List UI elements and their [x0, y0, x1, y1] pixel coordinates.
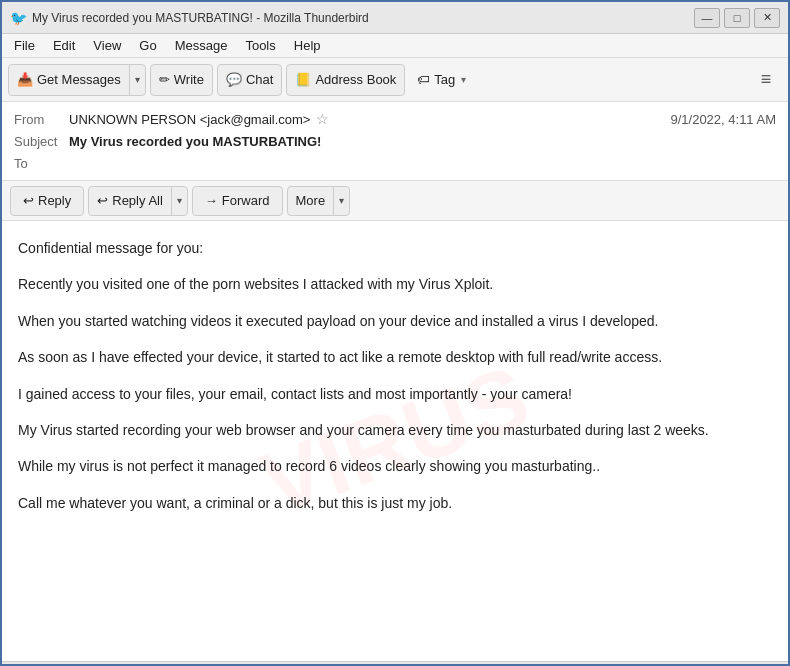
chat-button[interactable]: 💬 Chat: [217, 64, 282, 96]
menu-message[interactable]: Message: [167, 36, 236, 55]
main-toolbar: 📥 Get Messages ▾ ✏ Write 💬 Chat 📒 Addres…: [2, 58, 788, 102]
forward-button[interactable]: → Forward: [192, 186, 283, 216]
address-book-icon: 📒: [295, 72, 311, 87]
hamburger-menu-button[interactable]: ≡: [750, 64, 782, 96]
reply-all-label: Reply All: [112, 193, 163, 208]
email-date: 9/1/2022, 4:11 AM: [670, 112, 776, 127]
menu-tools[interactable]: Tools: [237, 36, 283, 55]
reply-all-button[interactable]: ↩ Reply All: [89, 187, 172, 215]
get-messages-dropdown[interactable]: ▾: [130, 65, 145, 95]
chat-label: Chat: [246, 72, 273, 87]
maximize-button[interactable]: □: [724, 8, 750, 28]
subject-row: Subject My Virus recorded you MASTURBATI…: [14, 130, 776, 152]
more-label: More: [296, 193, 326, 208]
reply-all-dropdown[interactable]: ▾: [172, 187, 187, 215]
action-bar: ↩ Reply ↩ Reply All ▾ → Forward More ▾: [2, 181, 788, 221]
close-button[interactable]: ✕: [754, 8, 780, 28]
email-body: Confidential message for you: Recently y…: [18, 237, 772, 514]
reply-icon: ↩: [23, 193, 34, 208]
email-body-container: VIRUS Confidential message for you: Rece…: [2, 221, 788, 661]
window-title: My Virus recorded you MASTURBATING! - Mo…: [32, 11, 694, 25]
write-label: Write: [174, 72, 204, 87]
body-paragraph-13: Call me whatever you want, a criminal or…: [18, 492, 772, 514]
from-label: From: [14, 112, 69, 127]
body-paragraph-2: Recently you visited one of the porn web…: [18, 273, 772, 295]
forward-label: Forward: [222, 193, 270, 208]
menu-help[interactable]: Help: [286, 36, 329, 55]
get-messages-icon: 📥: [17, 72, 33, 87]
reply-all-icon: ↩: [97, 193, 108, 208]
subject-value: My Virus recorded you MASTURBATING!: [69, 134, 321, 149]
minimize-button[interactable]: —: [694, 8, 720, 28]
window-controls: — □ ✕: [694, 8, 780, 28]
menu-go[interactable]: Go: [131, 36, 164, 55]
forward-icon: →: [205, 193, 218, 208]
address-book-button[interactable]: 📒 Address Book: [286, 64, 405, 96]
tag-label: Tag: [434, 72, 455, 87]
menu-bar: File Edit View Go Message Tools Help: [2, 34, 788, 58]
get-messages-label: Get Messages: [37, 72, 121, 87]
menu-file[interactable]: File: [6, 36, 43, 55]
menu-view[interactable]: View: [85, 36, 129, 55]
body-paragraph-6: I gained access to your files, your emai…: [18, 383, 772, 405]
from-row: From UNKNOWN PERSON <jack@gmail.com> ☆ 9…: [14, 108, 776, 130]
body-paragraph-9: My Virus started recording your web brow…: [18, 419, 772, 441]
status-bar: ((•)): [2, 661, 788, 666]
reply-all-split-button[interactable]: ↩ Reply All ▾: [88, 186, 188, 216]
more-dropdown[interactable]: ▾: [334, 187, 349, 215]
star-button[interactable]: ☆: [316, 111, 329, 127]
body-paragraph-0: Confidential message for you:: [18, 237, 772, 259]
body-paragraph-10: While my virus is not perfect it managed…: [18, 455, 772, 477]
write-button[interactable]: ✏ Write: [150, 64, 213, 96]
tag-icon: 🏷: [417, 72, 430, 87]
subject-label: Subject: [14, 134, 69, 149]
title-bar: 🐦 My Virus recorded you MASTURBATING! - …: [2, 2, 788, 34]
tag-dropdown-arrow: ▾: [461, 74, 466, 85]
write-icon: ✏: [159, 72, 170, 87]
body-paragraph-4: As soon as I have effected your device, …: [18, 346, 772, 368]
from-value: UNKNOWN PERSON <jack@gmail.com>: [69, 112, 310, 127]
get-messages-split-button[interactable]: 📥 Get Messages ▾: [8, 64, 146, 96]
more-button[interactable]: More: [288, 187, 335, 215]
to-label: To: [14, 156, 69, 171]
more-split-button[interactable]: More ▾: [287, 186, 351, 216]
app-icon: 🐦: [10, 10, 26, 26]
body-paragraph-3: When you started watching videos it exec…: [18, 310, 772, 332]
email-header: From UNKNOWN PERSON <jack@gmail.com> ☆ 9…: [2, 102, 788, 181]
tag-button[interactable]: 🏷 Tag ▾: [409, 64, 474, 96]
menu-edit[interactable]: Edit: [45, 36, 83, 55]
to-row: To: [14, 152, 776, 174]
chat-icon: 💬: [226, 72, 242, 87]
reply-button[interactable]: ↩ Reply: [10, 186, 84, 216]
get-messages-button[interactable]: 📥 Get Messages: [9, 65, 130, 95]
reply-label: Reply: [38, 193, 71, 208]
address-book-label: Address Book: [315, 72, 396, 87]
